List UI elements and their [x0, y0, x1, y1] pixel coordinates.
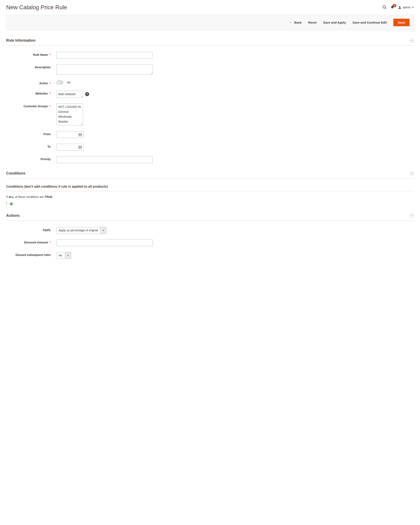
customer-groups-label: Customer Groups	[24, 105, 48, 108]
cond-mid: of these conditions are	[14, 195, 45, 198]
collapse-icon[interactable]	[410, 38, 414, 43]
rule-name-label: Rule Name	[33, 53, 48, 56]
svg-rect-6	[81, 133, 81, 134]
back-button[interactable]: ← Back	[289, 21, 302, 24]
admin-account-menu[interactable]: admin ▼	[398, 6, 414, 9]
websites-field: Websites * Main Website ?	[6, 91, 414, 98]
active-label: Active	[39, 82, 48, 85]
description-field: Description	[6, 64, 414, 75]
save-continue-button[interactable]: Save and Continue Edit	[352, 21, 387, 24]
actions-title: Actions	[6, 214, 20, 218]
group-option[interactable]: NOT LOGGED IN	[58, 104, 81, 109]
svg-rect-7	[79, 135, 80, 135]
customer-groups-field: Customer Groups * NOT LOGGED IN General …	[6, 103, 414, 125]
required-mark: *	[50, 241, 51, 244]
svg-rect-14	[79, 146, 80, 146]
action-toolbar: ← Back Reset Save and Apply Save and Con…	[6, 15, 414, 30]
group-option[interactable]: Wholesale	[58, 114, 81, 119]
header-tools: 6 admin ▼	[382, 5, 414, 10]
cond-all[interactable]: ALL	[9, 195, 14, 198]
priority-label: Priority	[41, 158, 51, 161]
conditions-header[interactable]: Conditions	[6, 171, 414, 179]
required-mark: *	[50, 82, 51, 85]
rule-name-input[interactable]	[56, 52, 153, 59]
page-title: New Catalog Price Rule	[6, 4, 67, 11]
toggle-knob	[57, 81, 60, 84]
actions-section: Actions Apply Apply as percentage of ori…	[6, 214, 414, 259]
cond-if: If	[6, 195, 9, 198]
arrow-left-icon: ←	[289, 21, 293, 24]
priority-input[interactable]	[56, 156, 153, 163]
from-label: From	[44, 132, 51, 136]
notification-badge: 6	[393, 4, 396, 7]
apply-label: Apply	[43, 228, 51, 232]
from-date-input[interactable]	[56, 132, 77, 138]
group-option[interactable]: Retailer	[58, 119, 81, 124]
svg-rect-16	[79, 147, 80, 148]
notifications-button[interactable]: 6	[391, 5, 394, 9]
websites-select[interactable]: Main Website	[56, 91, 83, 98]
back-label: Back	[294, 21, 302, 24]
svg-point-2	[399, 6, 400, 7]
svg-rect-11	[81, 135, 81, 135]
group-option[interactable]: General	[58, 109, 81, 114]
discard-select-value: No	[56, 252, 65, 259]
chevron-down-icon: ▼	[65, 252, 71, 259]
active-value: No	[67, 81, 71, 84]
active-toggle[interactable]	[56, 80, 63, 84]
chevron-down-icon: ▼	[412, 6, 414, 9]
website-option[interactable]: Main Website	[58, 92, 81, 97]
from-field: From	[6, 131, 414, 138]
search-icon[interactable]	[382, 5, 387, 10]
apply-select[interactable]: Apply as percentage of original ▼	[56, 227, 106, 234]
svg-rect-19	[80, 148, 80, 148]
apply-field: Apply Apply as percentage of original ▼	[6, 227, 414, 234]
priority-field: Priority	[6, 156, 414, 163]
collapse-icon[interactable]	[410, 171, 414, 176]
svg-point-0	[383, 5, 385, 8]
to-label: To	[47, 145, 51, 148]
to-date-input[interactable]	[56, 144, 77, 150]
customer-groups-select[interactable]: NOT LOGGED IN General Wholesale Retailer	[56, 103, 83, 125]
chevron-down-icon: ▼	[100, 227, 106, 234]
conditions-section: Conditions Conditions (don't add conditi…	[6, 171, 414, 205]
svg-rect-8	[80, 135, 80, 135]
cond-suffix: :	[53, 195, 54, 198]
conditions-statement: If ALL of these conditions are TRUE :	[6, 195, 414, 198]
description-label: Description	[35, 66, 51, 69]
save-apply-button[interactable]: Save and Apply	[323, 21, 346, 24]
calendar-icon[interactable]	[77, 133, 84, 136]
svg-rect-20	[81, 147, 81, 148]
websites-label: Websites	[35, 92, 48, 95]
user-icon	[398, 6, 402, 9]
discard-field: Discard subsequent rules No ▼	[6, 252, 414, 259]
rule-information-section: Rule Information Rule Name * Description…	[6, 38, 414, 163]
condition-add-row: +	[7, 202, 414, 205]
svg-rect-5	[79, 133, 80, 134]
svg-rect-18	[79, 148, 80, 148]
active-field: Active * No	[6, 80, 414, 85]
discount-amount-label: Discount Amount	[24, 241, 48, 244]
svg-rect-17	[80, 147, 80, 148]
apply-select-value: Apply as percentage of original	[56, 227, 100, 234]
reset-button[interactable]: Reset	[308, 21, 317, 24]
svg-rect-15	[81, 146, 81, 146]
save-button[interactable]: Save	[393, 19, 410, 26]
description-input[interactable]	[56, 64, 153, 75]
calendar-icon[interactable]	[77, 145, 84, 149]
discard-label: Discard subsequent rules	[16, 253, 51, 257]
page-header: New Catalog Price Rule 6 admin ▼	[6, 4, 414, 11]
help-icon[interactable]: ?	[85, 92, 89, 96]
svg-line-1	[385, 8, 386, 9]
actions-header[interactable]: Actions	[6, 214, 414, 221]
required-mark: *	[50, 53, 51, 56]
discard-select[interactable]: No ▼	[56, 252, 71, 259]
admin-name: admin	[403, 6, 411, 9]
cond-true[interactable]: TRUE	[45, 195, 53, 198]
svg-rect-10	[80, 135, 80, 136]
svg-rect-9	[79, 135, 80, 136]
add-condition-icon[interactable]: +	[10, 202, 13, 205]
rule-info-header[interactable]: Rule Information	[6, 38, 414, 46]
collapse-icon[interactable]	[410, 214, 414, 218]
discount-amount-input[interactable]	[56, 240, 153, 246]
